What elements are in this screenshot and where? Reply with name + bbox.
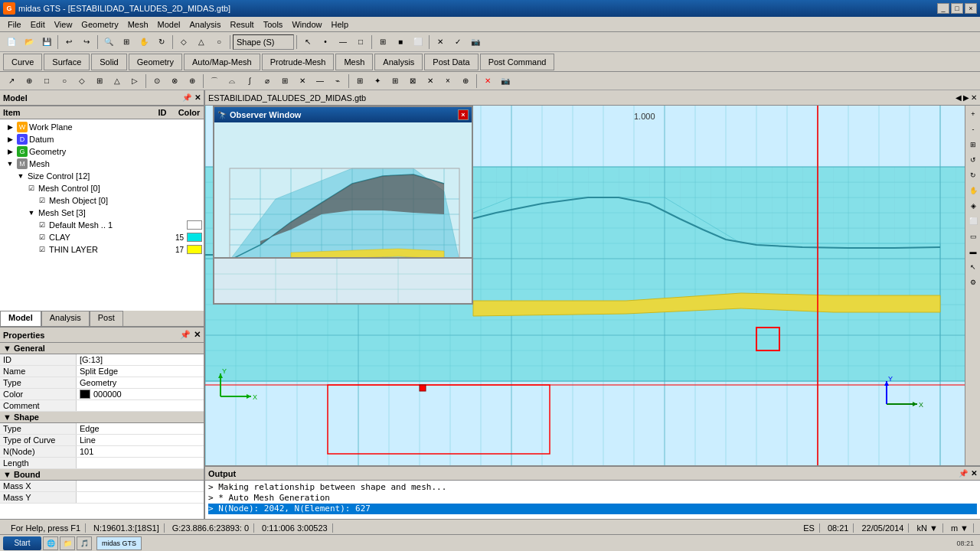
tb-undo[interactable]: ↩ (60, 34, 77, 51)
stb-btn8[interactable]: ▷ (126, 73, 143, 90)
vp-front[interactable]: ⬜ (966, 214, 980, 228)
tree-work-plane[interactable]: ▶ W Work Plane (2, 121, 202, 133)
tb-pan[interactable]: ✋ (136, 34, 152, 51)
stb-delete[interactable]: ✕ (479, 73, 496, 90)
tree-clay[interactable]: ☑ CLAY 15 (2, 231, 202, 243)
menu-edit[interactable]: Edit (26, 18, 50, 31)
vp-fit[interactable]: ⊞ (966, 138, 980, 152)
vp-top[interactable]: ▬ (966, 245, 980, 259)
viewport-next[interactable]: ▶ (963, 93, 969, 102)
stb-move1[interactable]: ⊞ (351, 73, 368, 90)
media-button[interactable]: 🎵 (77, 536, 92, 550)
tab-automesh[interactable]: Auto/Map-Mesh (184, 54, 260, 70)
panel-tab-post[interactable]: Post (90, 311, 123, 326)
vp-select[interactable]: ↖ (966, 260, 980, 274)
tree-datum[interactable]: ▶ D Datum (2, 133, 202, 145)
vp-rot-left[interactable]: ↺ (966, 153, 980, 167)
main-viewport[interactable]: X Y X Y (205, 106, 980, 465)
tb-solid-view[interactable]: ■ (392, 34, 409, 51)
stb-snap[interactable]: ⊕ (457, 73, 474, 90)
panel-tab-model[interactable]: Model (0, 311, 41, 326)
prop-section-general[interactable]: ▼ General (0, 343, 204, 354)
tab-postdata[interactable]: Post Data (424, 54, 478, 70)
minimize-button[interactable]: _ (937, 3, 949, 14)
explorer-button[interactable]: 📁 (60, 536, 75, 550)
tb-btn5[interactable]: ◇ (175, 34, 192, 51)
menu-analysis[interactable]: Analysis (185, 18, 226, 31)
viewport-close[interactable]: ✕ (971, 93, 977, 102)
tb-camera[interactable]: 📷 (467, 34, 484, 51)
menu-result[interactable]: Result (226, 18, 259, 31)
stb-btn10[interactable]: ⊗ (166, 73, 183, 90)
stb-btn7[interactable]: △ (109, 73, 126, 90)
tb-edge-select[interactable]: — (335, 34, 351, 51)
stb-btn4[interactable]: ○ (56, 73, 73, 90)
vp-side[interactable]: ▭ (966, 230, 980, 243)
tab-analysis[interactable]: Analysis (374, 54, 423, 70)
tree-mesh-set[interactable]: ▼ Mesh Set [3] (2, 207, 202, 219)
menu-help[interactable]: Help (327, 18, 354, 31)
output-pin[interactable]: 📌 (959, 469, 968, 478)
stb-btn11[interactable]: ⊕ (184, 73, 201, 90)
vp-pan[interactable]: ✋ (966, 184, 980, 197)
props-close[interactable]: ✕ (194, 330, 201, 340)
tb-zoom-all[interactable]: ⊞ (118, 34, 135, 51)
stb-btn5[interactable]: ◇ (74, 73, 90, 90)
vp-settings[interactable]: ⚙ (966, 276, 980, 289)
menu-tools[interactable]: Tools (259, 18, 288, 31)
start-button[interactable]: Start (3, 536, 41, 550)
status-unit1[interactable]: kN ▼ (912, 523, 942, 533)
vp-iso[interactable]: ◈ (966, 199, 980, 213)
tab-surface[interactable]: Surface (44, 54, 90, 70)
tab-geometry[interactable]: Geometry (129, 54, 182, 70)
stb-btn1[interactable]: ↗ (3, 73, 20, 90)
tab-solid[interactable]: Solid (91, 54, 126, 70)
stb-btn9[interactable]: ⊙ (149, 73, 165, 90)
tb-check[interactable]: ✓ (449, 34, 466, 51)
stb-curve6[interactable]: ✕ (294, 73, 311, 90)
panel-tab-analysis[interactable]: Analysis (41, 311, 90, 326)
viewport-prev[interactable]: ◀ (956, 93, 962, 102)
tb-rotate[interactable]: ↻ (153, 34, 170, 51)
tab-mesh[interactable]: Mesh (335, 54, 373, 70)
stb-curve5[interactable]: ⊞ (276, 73, 293, 90)
tb-new[interactable]: 📄 (3, 34, 20, 51)
menu-file[interactable]: File (3, 18, 26, 31)
tree-geometry[interactable]: ▶ G Geometry (2, 145, 202, 158)
stb-curve2[interactable]: ⌓ (224, 73, 240, 90)
model-panel-pin[interactable]: 📌 (182, 93, 191, 102)
stb-move3[interactable]: ⊞ (387, 73, 403, 90)
prop-section-shape[interactable]: ▼ Shape (0, 412, 204, 423)
menu-geometry[interactable]: Geometry (77, 18, 122, 31)
observer-title-bar[interactable]: 🔭 Observer Window × (214, 107, 472, 122)
stb-move2[interactable]: ✦ (369, 73, 386, 90)
tb-save[interactable]: 💾 (38, 34, 55, 51)
tree-thin-layer[interactable]: ☑ THIN LAYER 17 (2, 243, 202, 256)
stb-x-axis[interactable]: × (439, 73, 456, 90)
tb-btn6[interactable]: △ (193, 34, 210, 51)
tab-postcmd[interactable]: Post Command (480, 54, 555, 70)
tab-protrude[interactable]: Protrude-Mesh (262, 54, 335, 70)
tree-mesh[interactable]: ▼ M Mesh (2, 158, 202, 170)
observer-close-button[interactable]: × (458, 109, 469, 120)
stb-camera2[interactable]: 📷 (497, 73, 514, 90)
tb-open[interactable]: 📂 (21, 34, 38, 51)
vp-zoom-in[interactable]: + (966, 107, 980, 121)
menu-mesh[interactable]: Mesh (123, 18, 153, 31)
stb-btn2[interactable]: ⊕ (21, 73, 38, 90)
tree-mesh-control[interactable]: ☑ Mesh Control [0] (2, 182, 202, 194)
stb-curve3[interactable]: ∫ (241, 73, 258, 90)
stb-curve1[interactable]: ⌒ (206, 73, 223, 90)
tb-x[interactable]: ✕ (432, 34, 449, 51)
model-panel-close-btn[interactable]: ✕ (194, 93, 201, 102)
tab-curve[interactable]: Curve (3, 54, 42, 70)
stb-curve7[interactable]: — (312, 73, 328, 90)
tb-mesh-view[interactable]: ⊞ (374, 34, 391, 51)
tb-zoom-win[interactable]: 🔍 (100, 34, 117, 51)
taskbar-app1[interactable]: midas GTS (96, 536, 142, 550)
menu-view[interactable]: View (50, 18, 77, 31)
tb-select[interactable]: ↖ (299, 34, 316, 51)
tb-face-select[interactable]: □ (352, 34, 369, 51)
vp-rot-right[interactable]: ↻ (966, 168, 980, 182)
tb-wire-view[interactable]: ⬜ (410, 34, 426, 51)
